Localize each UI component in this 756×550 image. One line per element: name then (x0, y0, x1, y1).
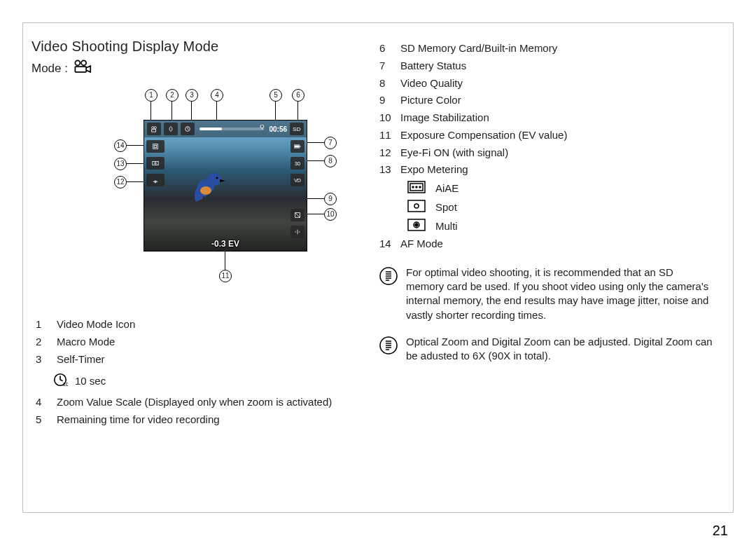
svg-point-26 (416, 186, 417, 188)
metering-aiae: AiAE (379, 179, 713, 198)
macro-icon (164, 123, 178, 135)
metering-label: AiAE (435, 182, 458, 194)
legend-item: 2Macro Mode (36, 334, 365, 351)
note-icon (379, 335, 398, 364)
metering-label: Multi (435, 220, 458, 232)
legend-item: 12Eye-Fi ON (with signal) (379, 144, 713, 162)
legend-item: 14AF Mode (379, 235, 713, 253)
metering-label: Spot (435, 201, 457, 213)
ev-value: -0.3 EV (211, 239, 239, 249)
callout-9: 9 (324, 193, 337, 205)
bird-illustration (185, 167, 230, 212)
section-title: Video Shooting Display Mode (31, 39, 365, 55)
timer-10s-icon: 10 (52, 372, 68, 390)
callout-5: 5 (270, 89, 282, 102)
callout-1: 1 (145, 89, 158, 102)
svg-point-15 (155, 163, 157, 165)
callout-4: 4 (211, 89, 223, 102)
remaining-time: 00:56 (269, 125, 287, 133)
svg-rect-28 (408, 200, 425, 212)
sd-card-icon: SD (290, 123, 304, 135)
camera-lcd: 00:56 SD 30 VD (144, 120, 307, 252)
svg-point-32 (415, 224, 418, 226)
legend-item: 7Battery Status (379, 57, 713, 75)
legend-left-cont: 4Zoom Value Scale (Displayed only when z… (36, 394, 365, 429)
svg-rect-18 (300, 146, 300, 146)
note-text: Optical Zoom and Digital Zoom can be adj… (406, 335, 713, 364)
callout-2: 2 (166, 89, 178, 102)
mode-label: Mode : (31, 62, 68, 76)
svg-rect-2 (75, 67, 86, 72)
eyefi-icon (146, 174, 164, 186)
svg-rect-13 (154, 145, 156, 147)
legend-item: 13Expo Metering (379, 161, 713, 179)
svg-point-16 (155, 182, 155, 183)
legend-item: 3Self-Timer (36, 351, 365, 369)
lcd-right-icons: 30 VD (286, 140, 307, 238)
self-timer-sub-label: 10 sec (75, 375, 106, 387)
svg-point-1 (81, 60, 86, 65)
lcd-top-bar: 00:56 SD (144, 121, 307, 137)
display-diagram: 1 2 3 4 5 6 7 8 9 10 (102, 89, 354, 299)
legend-left: 1Video Mode Icon 2Macro Mode 3Self-Timer (36, 316, 365, 368)
svg-rect-10 (152, 130, 156, 132)
svg-point-6 (216, 177, 218, 179)
left-column: Video Shooting Display Mode Mode : 1 2 3… (31, 39, 370, 512)
callout-13: 13 (114, 158, 127, 170)
metering-icon (146, 157, 164, 170)
svg-rect-7 (203, 196, 204, 205)
svg-point-29 (414, 204, 419, 208)
svg-point-5 (200, 186, 211, 195)
video-mode-icon (147, 123, 161, 135)
video-camera-icon (72, 59, 92, 78)
content-area: Video Shooting Display Mode Mode : 1 2 3… (22, 22, 734, 513)
legend-item: 6SD Memory Card/Built-in Memory (379, 40, 713, 57)
legend-item: 8Video Quality (379, 75, 713, 92)
callout-11: 11 (219, 270, 232, 282)
svg-point-27 (419, 186, 421, 188)
page-frame: Video Shooting Display Mode Mode : 1 2 3… (0, 0, 756, 550)
page-number: 21 (713, 523, 728, 539)
legend-item: 1Video Mode Icon (36, 316, 365, 334)
legend-item: 9Picture Color (379, 92, 713, 109)
svg-point-8 (152, 127, 154, 129)
callout-10: 10 (324, 208, 337, 221)
legend-item: 11Exposure Compensation (EV value) (379, 127, 713, 144)
legend-item: 5Remaining time for video recording (36, 411, 365, 429)
legend-right-top: 6SD Memory Card/Built-in Memory 7Battery… (379, 40, 713, 179)
self-timer-icon (181, 123, 195, 135)
metering-spot: Spot (379, 198, 713, 216)
legend-item: 10Image Stabilization (379, 109, 713, 127)
callout-3: 3 (186, 89, 198, 102)
note-zoom: Optical Zoom and Digital Zoom can be adj… (379, 335, 713, 364)
metering-multi: Multi (379, 216, 713, 235)
svg-rect-14 (153, 162, 158, 165)
mode-line: Mode : (31, 59, 365, 78)
note-icon (379, 266, 398, 322)
aiae-metering-icon (407, 181, 426, 195)
stabilization-icon (290, 226, 304, 238)
svg-text:10: 10 (63, 381, 68, 387)
svg-point-9 (154, 127, 156, 129)
af-mode-icon (146, 140, 164, 153)
spot-metering-icon (407, 200, 426, 214)
svg-rect-19 (295, 146, 299, 148)
legend-right-bottom: 14AF Mode (379, 235, 713, 253)
note-sd-card: For optimal video shooting, it is recomm… (379, 266, 713, 322)
right-column: 6SD Memory Card/Built-in Memory 7Battery… (375, 39, 713, 512)
legend-item: 4Zoom Value Scale (Displayed only when z… (36, 394, 365, 411)
callout-14: 14 (114, 139, 127, 152)
video-quality-badge: VD (290, 174, 304, 186)
note-text: For optimal video shooting, it is recomm… (406, 266, 713, 322)
lcd-left-icons (144, 140, 164, 186)
svg-point-0 (75, 60, 80, 65)
svg-point-25 (412, 186, 414, 188)
self-timer-sub: 10 10 sec (31, 368, 365, 394)
picture-color-icon (290, 209, 304, 221)
battery-icon (290, 140, 304, 153)
callout-8: 8 (324, 155, 337, 167)
callout-7: 7 (324, 137, 337, 149)
svg-rect-12 (153, 144, 158, 149)
video-quality-icon: 30 (290, 157, 304, 170)
callout-6: 6 (292, 89, 304, 102)
